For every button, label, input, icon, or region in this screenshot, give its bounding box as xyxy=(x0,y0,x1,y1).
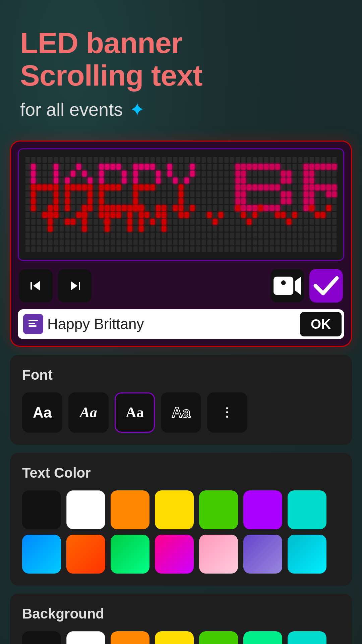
bg-mint[interactable] xyxy=(243,631,282,644)
svg-rect-8 xyxy=(28,320,38,321)
ok-button[interactable]: OK xyxy=(300,312,342,336)
font-section: Font Aa Aa Aa Aa ⋮ xyxy=(10,355,352,445)
forward-button[interactable] xyxy=(58,269,92,303)
font-bold-serif[interactable]: Aa xyxy=(115,392,155,433)
color-purple[interactable] xyxy=(243,490,282,529)
svg-marker-5 xyxy=(295,276,301,295)
color-green[interactable] xyxy=(199,490,238,529)
color-yellow[interactable] xyxy=(155,490,194,529)
svg-marker-1 xyxy=(33,281,40,290)
font-label: Font xyxy=(22,367,340,383)
text-color-grid-row2 xyxy=(22,535,340,574)
bg-teal[interactable] xyxy=(288,631,326,644)
svg-rect-2 xyxy=(79,282,80,290)
color-grad-pink-purple[interactable] xyxy=(155,535,194,574)
background-label: Background xyxy=(22,606,340,622)
color-grad-blue-purple[interactable] xyxy=(243,535,282,574)
color-grad-green[interactable] xyxy=(111,535,149,574)
bg-orange[interactable] xyxy=(111,631,149,644)
led-display xyxy=(18,148,344,261)
sparkle-icon: ✦ xyxy=(129,99,145,120)
text-icon xyxy=(23,314,43,334)
hero-subtitle: for all events ✦ xyxy=(20,99,342,120)
record-button[interactable]: + xyxy=(270,269,304,303)
text-color-section: Text Color xyxy=(10,453,352,586)
color-black[interactable] xyxy=(22,490,61,529)
controls-row: + xyxy=(18,269,344,303)
font-outline[interactable]: Aa xyxy=(161,392,201,433)
text-input-row: OK xyxy=(18,309,344,339)
svg-rect-10 xyxy=(28,325,37,327)
color-white[interactable] xyxy=(66,490,105,529)
svg-rect-0 xyxy=(31,282,32,290)
color-grad-pink-light[interactable] xyxy=(199,535,238,574)
font-options: Aa Aa Aa Aa ⋮ xyxy=(22,392,340,433)
font-normal[interactable]: Aa xyxy=(22,392,62,433)
bg-white[interactable] xyxy=(66,631,105,644)
svg-text:+: + xyxy=(278,289,282,296)
color-grad-teal[interactable] xyxy=(288,535,326,574)
font-more[interactable]: ⋮ xyxy=(207,392,247,433)
background-section: Background xyxy=(10,594,352,644)
color-teal[interactable] xyxy=(288,490,326,529)
bg-yellow[interactable] xyxy=(155,631,194,644)
color-grad-orange-red[interactable] xyxy=(66,535,105,574)
hero-subtitle-text: for all events xyxy=(20,99,123,120)
font-italic[interactable]: Aa xyxy=(68,392,109,433)
main-card: + OK xyxy=(10,141,352,347)
text-color-label: Text Color xyxy=(22,465,340,481)
svg-point-6 xyxy=(281,280,286,285)
bg-green[interactable] xyxy=(199,631,238,644)
text-input-field[interactable] xyxy=(47,316,296,332)
text-color-grid-row1 xyxy=(22,490,340,529)
hero-title-scrolling: Scrolling text xyxy=(20,59,342,92)
bg-black[interactable] xyxy=(22,631,61,644)
color-orange[interactable] xyxy=(111,490,149,529)
svg-rect-9 xyxy=(28,323,35,324)
svg-marker-3 xyxy=(71,281,77,290)
svg-rect-4 xyxy=(274,276,293,295)
confirm-button[interactable] xyxy=(309,269,343,303)
hero-section: LED banner Scrolling text for all events… xyxy=(0,0,362,134)
background-color-grid xyxy=(22,631,340,644)
back-button[interactable] xyxy=(19,269,53,303)
hero-title-led: LED banner xyxy=(20,27,342,59)
color-grad-blue-cyan[interactable] xyxy=(22,535,61,574)
